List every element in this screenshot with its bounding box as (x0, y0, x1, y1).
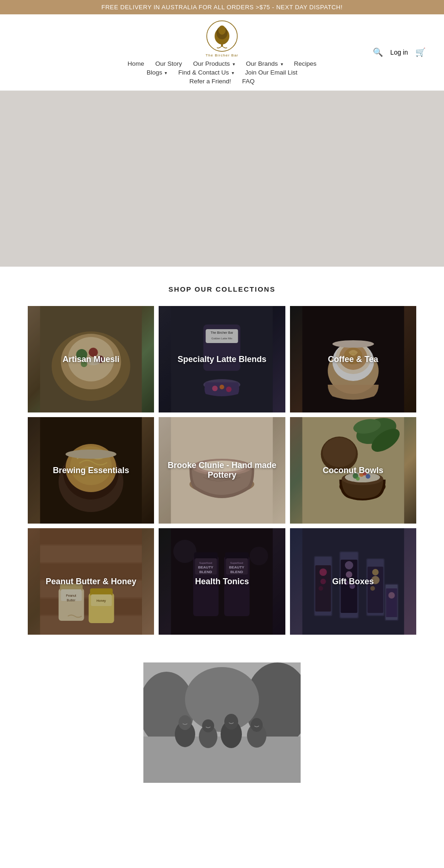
nav-our-products[interactable]: Our Products ▾ (193, 60, 234, 67)
brands-dropdown-arrow: ▾ (281, 62, 283, 67)
collection-specialty-latte[interactable]: The Bircher Bar Golden Latte Mix Special… (159, 306, 285, 412)
collections-section: SHOP OUR COLLECTIONS Artisan (0, 267, 444, 653)
nav-blogs[interactable]: Blogs ▾ (147, 69, 167, 76)
announcement-bar: FREE DELIVERY IN AUSTRALIA FOR ALL ORDER… (0, 0, 444, 14)
collection-brewing-essentials[interactable]: Brewing Essentials (28, 417, 154, 524)
products-dropdown-arrow: ▾ (233, 62, 235, 67)
svg-point-126 (251, 718, 263, 732)
svg-point-117 (185, 667, 259, 732)
nav-find-contact[interactable]: Find & Contact Us ▾ (178, 69, 234, 76)
nav-refer[interactable]: Refer a Friend! (189, 78, 231, 85)
nav-row-3: Refer a Friend! FAQ (189, 78, 254, 85)
header: The Bircher Bar Home Our Story Our Produ… (0, 14, 444, 91)
nav-email-list[interactable]: Join Our Email List (245, 69, 297, 76)
collection-brewing-essentials-label: Brewing Essentials (28, 417, 154, 524)
collection-coffee-tea-label: Coffee & Tea (290, 306, 416, 412)
svg-point-122 (202, 719, 214, 732)
collection-peanut-butter[interactable]: Peanut Butter Honey Peanut Butter & Hone… (28, 528, 154, 635)
svg-rect-118 (143, 737, 301, 783)
logo-icon (206, 20, 238, 52)
collection-specialty-latte-label: Specialty Latte Blends (159, 306, 285, 412)
nav-row-1: Home Our Story Our Products ▾ Our Brands… (128, 60, 317, 67)
nav-row-2: Blogs ▾ Find & Contact Us ▾ Join Our Ema… (147, 69, 297, 76)
collection-coconut-bowls-label: Coconut Bowls (290, 417, 416, 524)
header-icons: 🔍 Log in 🛒 (373, 47, 426, 57)
collections-title: SHOP OUR COLLECTIONS (28, 285, 416, 293)
login-icon[interactable]: Log in (390, 49, 408, 56)
svg-point-120 (179, 715, 191, 730)
collection-peanut-butter-label: Peanut Butter & Honey (28, 528, 154, 635)
collection-coconut-bowls[interactable]: Coconut Bowls (290, 417, 416, 524)
nav-our-story[interactable]: Our Story (155, 60, 182, 67)
cart-icon[interactable]: 🛒 (415, 47, 426, 57)
logo-text: The Bircher Bar (205, 53, 238, 57)
bottom-photo-inner (143, 662, 301, 783)
collections-grid: Artisan Muesli The Bircher Bar Golden La… (28, 306, 416, 635)
collection-artisan-muesli[interactable]: Artisan Muesli (28, 306, 154, 412)
nav-our-brands[interactable]: Our Brands ▾ (246, 60, 283, 67)
announcement-text: FREE DELIVERY IN AUSTRALIA FOR ALL ORDER… (101, 4, 343, 11)
nav-home[interactable]: Home (128, 60, 144, 67)
nav-recipes[interactable]: Recipes (294, 60, 317, 67)
collection-health-tonics-label: Health Tonics (159, 528, 285, 635)
collection-gift-boxes[interactable]: Gift Boxes (290, 528, 416, 635)
collection-artisan-muesli-label: Artisan Muesli (28, 306, 154, 412)
svg-point-4 (218, 25, 226, 35)
collection-gift-boxes-label: Gift Boxes (290, 528, 416, 635)
svg-point-124 (224, 714, 238, 730)
blogs-dropdown-arrow: ▾ (165, 70, 167, 75)
contact-dropdown-arrow: ▾ (232, 70, 234, 75)
collection-coffee-tea[interactable]: Coffee & Tea (290, 306, 416, 412)
hero-banner[interactable] (0, 91, 444, 267)
bottom-photo[interactable] (143, 662, 301, 783)
collection-health-tonics[interactable]: Superfood BEAUTY BLEND Superfood BEAUTY … (159, 528, 285, 635)
collection-pottery[interactable]: Brooke Clunie - Hand made Pottery (159, 417, 285, 524)
group-photo-svg (143, 662, 301, 783)
nav-faq[interactable]: FAQ (242, 78, 255, 85)
bottom-image-section (0, 653, 444, 783)
collection-pottery-label: Brooke Clunie - Hand made Pottery (159, 417, 285, 524)
search-icon[interactable]: 🔍 (373, 47, 383, 57)
logo-area[interactable]: The Bircher Bar (205, 20, 238, 57)
